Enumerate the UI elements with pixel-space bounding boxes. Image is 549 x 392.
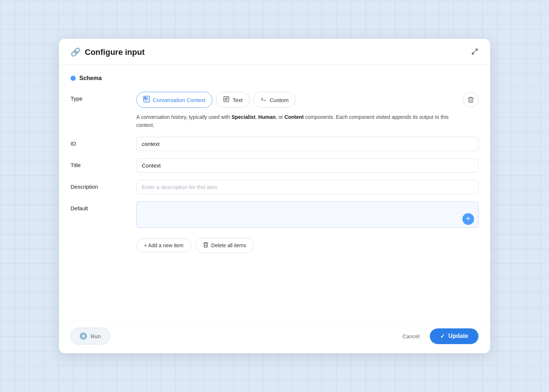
conversation-context-icon bbox=[143, 96, 150, 104]
description-input[interactable] bbox=[136, 180, 478, 194]
check-icon: ✓ bbox=[440, 333, 445, 340]
type-buttons: Conversation Context bbox=[136, 92, 295, 108]
cancel-button[interactable]: Cancel bbox=[398, 330, 424, 342]
plus-icon: + bbox=[466, 215, 471, 223]
footer-right: Cancel ✓ Update bbox=[398, 328, 478, 344]
type-btn-conversation-context[interactable]: Conversation Context bbox=[136, 92, 212, 108]
id-input[interactable] bbox=[136, 137, 478, 151]
modal-footer: Run Cancel ✓ Update bbox=[59, 320, 490, 353]
id-content bbox=[136, 137, 478, 151]
default-field-wrapper: + bbox=[136, 201, 478, 229]
run-icon bbox=[80, 332, 87, 340]
expand-icon[interactable] bbox=[471, 48, 478, 57]
title-content bbox=[136, 158, 478, 173]
description-content bbox=[136, 180, 478, 194]
schema-section: Schema Type bbox=[71, 75, 478, 229]
title-row: Title bbox=[71, 158, 478, 173]
schema-header: Schema bbox=[71, 75, 478, 82]
text-icon bbox=[223, 96, 230, 104]
conversation-context-label: Conversation Context bbox=[153, 97, 205, 103]
custom-icon bbox=[260, 96, 267, 104]
type-label: Type bbox=[71, 92, 136, 102]
default-input[interactable] bbox=[136, 201, 478, 228]
header-left: 🔗 Configure input bbox=[71, 48, 145, 57]
modal-header: 🔗 Configure input bbox=[59, 39, 490, 65]
modal-title: Configure input bbox=[85, 48, 145, 57]
default-row: Default + bbox=[71, 201, 478, 229]
default-label: Default bbox=[71, 201, 136, 211]
custom-label: Custom bbox=[270, 97, 289, 103]
type-content: Conversation Context bbox=[136, 92, 478, 129]
configure-icon: 🔗 bbox=[71, 48, 80, 57]
schema-label: Schema bbox=[79, 75, 102, 82]
description-row: Description bbox=[71, 180, 478, 194]
delete-all-icon bbox=[203, 242, 208, 249]
type-row: Type bbox=[71, 92, 478, 129]
delete-type-button[interactable] bbox=[463, 92, 478, 108]
type-btn-custom[interactable]: Custom bbox=[253, 92, 296, 108]
description-label: Description bbox=[71, 180, 136, 190]
default-content: + bbox=[136, 201, 478, 229]
play-triangle bbox=[83, 334, 85, 338]
bottom-actions: + Add a new item Delete all items bbox=[136, 238, 478, 253]
type-description: A conversation history, typically used w… bbox=[136, 113, 465, 129]
add-item-label: + Add a new item bbox=[144, 242, 183, 248]
type-row-inner: Conversation Context bbox=[136, 92, 478, 108]
configure-input-modal: 🔗 Configure input Schema Type bbox=[59, 39, 490, 353]
id-label: ID bbox=[71, 137, 136, 147]
schema-dot bbox=[71, 76, 76, 81]
run-button[interactable]: Run bbox=[71, 328, 110, 344]
delete-all-label: Delete all items bbox=[211, 242, 246, 248]
add-default-button[interactable]: + bbox=[462, 213, 474, 225]
delete-all-items-button[interactable]: Delete all items bbox=[196, 238, 254, 253]
add-new-item-button[interactable]: + Add a new item bbox=[136, 238, 191, 252]
update-label: Update bbox=[448, 333, 468, 339]
text-label: Text bbox=[232, 97, 243, 103]
title-input[interactable] bbox=[136, 158, 478, 173]
run-label: Run bbox=[91, 333, 101, 339]
id-row: ID bbox=[71, 137, 478, 151]
type-btn-text[interactable]: Text bbox=[216, 92, 250, 108]
update-button[interactable]: ✓ Update bbox=[430, 328, 478, 344]
modal-body: Schema Type bbox=[59, 65, 490, 320]
title-label: Title bbox=[71, 158, 136, 168]
